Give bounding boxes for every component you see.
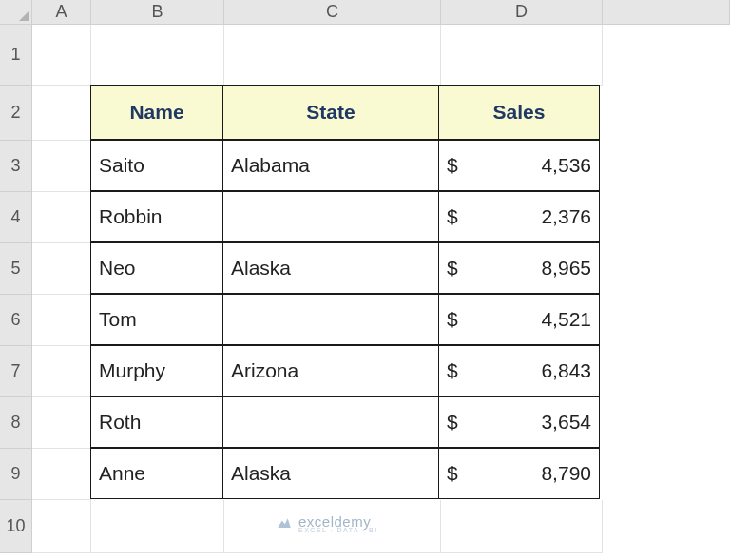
currency-symbol: $ <box>447 308 458 331</box>
col-header-C[interactable]: C <box>224 0 441 25</box>
cell-sales-6[interactable]: $ 8,790 <box>438 448 600 499</box>
cell-state-4[interactable]: Arizona <box>222 345 439 396</box>
col-header-A[interactable]: A <box>32 0 91 25</box>
select-all-triangle[interactable] <box>0 0 32 25</box>
table-header-state[interactable]: State <box>222 85 439 140</box>
col-header-B[interactable]: B <box>91 0 224 25</box>
row-header-5[interactable]: 5 <box>0 243 32 295</box>
cell-name-2[interactable]: Neo <box>90 242 223 294</box>
cell-A6[interactable] <box>32 295 91 346</box>
currency-symbol: $ <box>447 257 458 280</box>
currency-symbol: $ <box>447 462 458 485</box>
cell-A5[interactable] <box>32 243 91 295</box>
cell-sales-1[interactable]: $ 2,376 <box>438 191 600 242</box>
cell-name-5[interactable]: Roth <box>90 396 223 448</box>
sales-value: 8,965 <box>541 257 591 280</box>
row-header-3[interactable]: 3 <box>0 141 32 192</box>
row-header-6[interactable]: 6 <box>0 295 32 346</box>
row-header-1[interactable]: 1 <box>0 25 32 86</box>
cell-B10[interactable] <box>91 500 224 553</box>
cell-sales-2[interactable]: $ 8,965 <box>438 242 600 294</box>
cell-name-6[interactable]: Anne <box>90 448 223 499</box>
row-header-7[interactable]: 7 <box>0 346 32 397</box>
sales-value: 6,843 <box>541 359 591 382</box>
row-header-4[interactable]: 4 <box>0 192 32 243</box>
cell-A4[interactable] <box>32 192 91 243</box>
cell-A1[interactable] <box>32 25 91 86</box>
sales-value: 4,521 <box>541 308 591 331</box>
cell-A2[interactable] <box>32 86 91 141</box>
row-header-10[interactable]: 10 <box>0 500 32 553</box>
cell-state-1[interactable] <box>222 191 439 242</box>
cell-sales-4[interactable]: $ 6,843 <box>438 345 600 396</box>
currency-symbol: $ <box>447 205 458 228</box>
currency-symbol: $ <box>447 359 458 382</box>
row-header-8[interactable]: 8 <box>0 397 32 449</box>
cell-A3[interactable] <box>32 141 91 192</box>
sales-value: 3,654 <box>541 411 591 434</box>
cell-state-3[interactable] <box>222 294 439 345</box>
cell-C1[interactable] <box>224 25 441 86</box>
currency-symbol: $ <box>447 411 458 434</box>
row-header-2[interactable]: 2 <box>0 86 32 141</box>
row-header-9[interactable]: 9 <box>0 449 32 500</box>
cell-A9[interactable] <box>32 449 91 500</box>
cell-state-5[interactable] <box>222 396 439 448</box>
col-header-D[interactable]: D <box>441 0 603 25</box>
cell-state-6[interactable]: Alaska <box>222 448 439 499</box>
table-header-sales[interactable]: Sales <box>438 85 600 140</box>
watermark: exceldemy EXCEL · DATA · BI <box>276 513 378 533</box>
cell-A7[interactable] <box>32 346 91 397</box>
cell-A10[interactable] <box>32 500 91 553</box>
watermark-tagline: EXCEL · DATA · BI <box>298 527 378 533</box>
column-header-row: A B C D <box>0 0 730 25</box>
cell-B1[interactable] <box>91 25 224 86</box>
cell-state-2[interactable]: Alaska <box>222 242 439 294</box>
cell-name-3[interactable]: Tom <box>90 294 223 345</box>
cell-grid: Name State Sales Saito Alabama $ 4,536 R… <box>32 25 603 553</box>
cell-name-0[interactable]: Saito <box>90 140 223 191</box>
cell-name-1[interactable]: Robbin <box>90 191 223 242</box>
col-header-overflow <box>603 0 730 25</box>
cell-sales-5[interactable]: $ 3,654 <box>438 396 600 448</box>
cell-D10[interactable] <box>441 500 603 553</box>
cell-name-4[interactable]: Murphy <box>90 345 223 396</box>
cell-sales-0[interactable]: $ 4,536 <box>438 140 600 191</box>
table-header-name[interactable]: Name <box>90 85 223 140</box>
sales-value: 2,376 <box>541 205 591 228</box>
sales-value: 8,790 <box>541 462 591 485</box>
cell-sales-3[interactable]: $ 4,521 <box>438 294 600 345</box>
cell-state-0[interactable]: Alabama <box>222 140 439 191</box>
watermark-logo-icon <box>276 513 293 533</box>
currency-symbol: $ <box>447 154 458 177</box>
row-header-column: 1 2 3 4 5 6 7 8 9 10 <box>0 25 32 553</box>
cell-A8[interactable] <box>32 397 91 449</box>
cell-D1[interactable] <box>441 25 603 86</box>
sales-value: 4,536 <box>541 154 591 177</box>
spreadsheet: A B C D 1 2 3 4 5 6 7 8 9 10 Name State … <box>0 0 730 560</box>
